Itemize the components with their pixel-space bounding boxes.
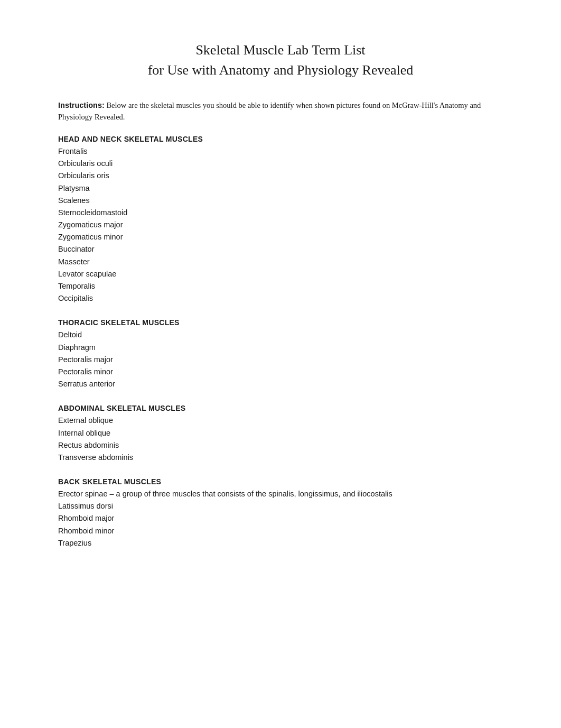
muscle-item: Pectoralis minor <box>58 366 503 378</box>
instructions-label: Instructions: <box>58 101 105 109</box>
muscle-item: Serratus anterior <box>58 378 503 390</box>
muscle-item: Trapezius <box>58 537 503 549</box>
muscle-item: Internal oblique <box>58 427 503 439</box>
muscle-item: Occipitalis <box>58 292 503 305</box>
muscle-item: Diaphragm <box>58 342 503 354</box>
muscle-item: External oblique <box>58 414 503 427</box>
muscle-item: Sternocleidomastoid <box>58 207 503 219</box>
muscle-item: Platysma <box>58 182 503 195</box>
page-title-line2: for Use with Anatomy and Physiology Reve… <box>58 62 503 78</box>
muscle-item: Scalenes <box>58 195 503 207</box>
muscle-item: Rhomboid minor <box>58 525 503 537</box>
section-heading-thoracic: THORACIC SKELETAL MUSCLES <box>58 318 503 327</box>
section-abdominal: ABDOMINAL SKELETAL MUSCLESExternal obliq… <box>58 404 503 464</box>
section-heading-head-neck: HEAD AND NECK SKELETAL MUSCLES <box>58 135 503 143</box>
section-head-neck: HEAD AND NECK SKELETAL MUSCLESFrontalisO… <box>58 135 503 305</box>
section-heading-abdominal: ABDOMINAL SKELETAL MUSCLES <box>58 404 503 412</box>
muscle-item: Pectoralis major <box>58 354 503 366</box>
instructions-text: Below are the skeletal muscles you shoul… <box>58 101 481 121</box>
sections-container: HEAD AND NECK SKELETAL MUSCLESFrontalisO… <box>58 135 503 549</box>
section-back: BACK SKELETAL MUSCLESErector spinae – a … <box>58 477 503 549</box>
section-thoracic: THORACIC SKELETAL MUSCLESDeltoidDiaphrag… <box>58 318 503 390</box>
page-title-line1: Skeletal Muscle Lab Term List <box>58 42 503 58</box>
muscle-item: Temporalis <box>58 280 503 292</box>
muscle-item: Erector spinae – a group of three muscle… <box>58 488 503 500</box>
muscle-item: Buccinator <box>58 243 503 255</box>
instructions-block: Instructions: Below are the skeletal mus… <box>58 99 503 123</box>
muscle-item: Masseter <box>58 256 503 268</box>
muscle-item: Rectus abdominis <box>58 439 503 451</box>
muscle-item: Transverse abdominis <box>58 451 503 464</box>
muscle-item: Orbicularis oculi <box>58 158 503 170</box>
page-title-block: Skeletal Muscle Lab Term List for Use wi… <box>58 42 503 78</box>
muscle-item: Levator scapulae <box>58 268 503 280</box>
muscle-item: Latissimus dorsi <box>58 500 503 512</box>
muscle-item: Zygomaticus minor <box>58 231 503 243</box>
section-heading-back: BACK SKELETAL MUSCLES <box>58 477 503 486</box>
muscle-item: Deltoid <box>58 329 503 341</box>
muscle-item: Orbicularis oris <box>58 170 503 182</box>
muscle-item: Zygomaticus major <box>58 219 503 231</box>
muscle-item: Rhomboid major <box>58 512 503 524</box>
muscle-item: Frontalis <box>58 145 503 158</box>
